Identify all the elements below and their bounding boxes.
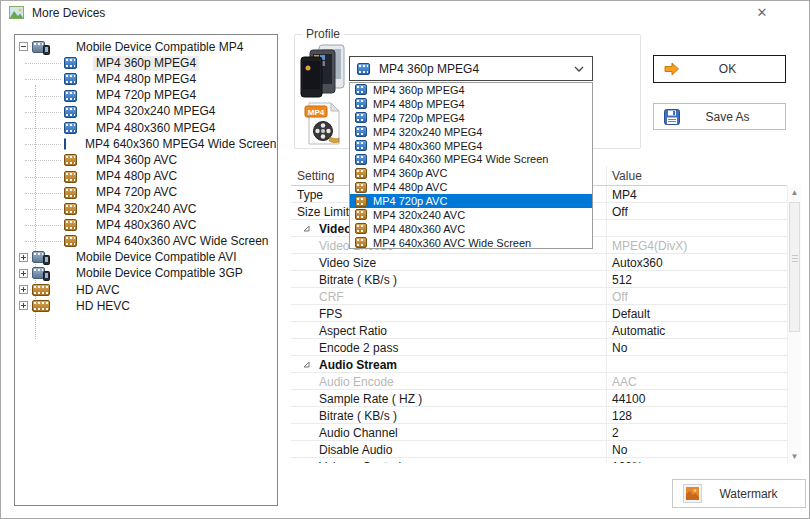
tree-item[interactable]: MP4 720p MPEG4 xyxy=(15,88,277,104)
save-as-label: Save As xyxy=(680,110,775,124)
tree-item-label: MP4 480x360 MPEG4 xyxy=(93,121,218,136)
setting-row[interactable]: Volume Control100% xyxy=(291,458,787,463)
dropdown-item-label: MP4 360p MPEG4 xyxy=(373,84,465,96)
tree-item[interactable]: MP4 480x360 MPEG4 xyxy=(15,120,277,136)
watermark-icon xyxy=(683,484,702,503)
tree-item[interactable]: MP4 640x360 AVC Wide Screen xyxy=(15,233,277,249)
setting-label: Disable Audio xyxy=(319,442,392,458)
setting-row: Audio Stream xyxy=(291,356,787,373)
film-blue-icon xyxy=(64,73,77,85)
app-icon xyxy=(9,5,24,20)
dropdown-item[interactable]: MP4 360p MPEG4 xyxy=(350,83,592,97)
dropdown-item[interactable]: MP4 640x360 AVC Wide Screen xyxy=(350,236,592,249)
ok-arrow-icon xyxy=(664,62,680,76)
dropdown-item[interactable]: MP4 720p AVC xyxy=(350,194,592,208)
ok-button[interactable]: OK xyxy=(653,55,786,83)
expander-plus-icon[interactable] xyxy=(19,285,28,294)
collapse-triangle-icon[interactable] xyxy=(303,361,310,368)
setting-label: Encode 2 pass xyxy=(319,340,398,356)
tree-item[interactable]: HD AVC xyxy=(15,282,277,298)
setting-value: 2 xyxy=(612,425,619,441)
tree-item-label: MP4 640x360 MPEG4 Wide Screen xyxy=(82,137,278,152)
watermark-button[interactable]: Watermark xyxy=(672,479,806,508)
profile-combobox[interactable]: MP4 360p MPEG4 xyxy=(349,56,593,81)
mobile-devices-icon xyxy=(300,43,346,99)
tree-item-label: MP4 480x360 AVC xyxy=(93,218,200,233)
tree-item-label: MP4 320x240 AVC xyxy=(93,202,200,217)
dropdown-item[interactable]: MP4 360p AVC xyxy=(350,166,592,180)
dropdown-item[interactable]: MP4 480x360 MPEG4 xyxy=(350,139,592,153)
setting-label: Type xyxy=(297,187,323,203)
setting-row: Audio EncodeAAC xyxy=(291,373,787,390)
tree-item[interactable]: MP4 320x240 MPEG4 xyxy=(15,104,277,120)
setting-label: Audio Stream xyxy=(319,357,397,373)
tree-item-label: MP4 320x240 MPEG4 xyxy=(93,104,218,119)
expander-plus-icon[interactable] xyxy=(19,253,28,262)
ok-label: OK xyxy=(680,62,775,76)
setting-row[interactable]: Bitrate ( KB/s )512 xyxy=(291,271,787,288)
film-blue-icon xyxy=(64,90,77,102)
tree-item[interactable]: MP4 360p MPEG4 xyxy=(15,55,277,71)
tree-item[interactable]: MP4 480p MPEG4 xyxy=(15,71,277,87)
save-as-button[interactable]: Save As xyxy=(653,103,786,130)
setting-label: Volume Control xyxy=(319,459,401,463)
film-gold-icon xyxy=(355,237,367,248)
film-blue-icon xyxy=(355,98,367,109)
setting-label: Aspect Ratio xyxy=(319,323,387,339)
setting-row[interactable]: Aspect RatioAutomatic xyxy=(291,322,787,339)
setting-value: 512 xyxy=(612,272,632,288)
setting-row[interactable]: FPSDefault xyxy=(291,305,787,322)
setting-row[interactable]: Disable AudioNo xyxy=(291,441,787,458)
dropdown-item[interactable]: MP4 720p MPEG4 xyxy=(350,111,592,125)
tree-item[interactable]: Mobile Device Compatible 3GP xyxy=(15,266,277,282)
collapse-triangle-icon[interactable] xyxy=(303,225,310,232)
dropdown-item[interactable]: MP4 480p AVC xyxy=(350,180,592,194)
film-blue-icon xyxy=(64,57,77,69)
tree-item[interactable]: MP4 320x240 AVC xyxy=(15,201,277,217)
setting-row[interactable]: Video SizeAutox360 xyxy=(291,254,787,271)
dropdown-item[interactable]: MP4 480p MPEG4 xyxy=(350,97,592,111)
expander-plus-icon[interactable] xyxy=(19,301,28,310)
tree-item[interactable]: MP4 480p AVC xyxy=(15,169,277,185)
tree-item[interactable]: Mobile Device Compatible MP4 xyxy=(15,39,277,55)
scroll-down-icon[interactable]: ▼ xyxy=(788,450,801,463)
scroll-up-icon[interactable]: ▲ xyxy=(788,186,801,199)
setting-value: Default xyxy=(612,306,650,322)
dropdown-item[interactable]: MP4 320x240 MPEG4 xyxy=(350,125,592,139)
setting-value: Off xyxy=(612,204,628,220)
tree-item[interactable]: MP4 360p AVC xyxy=(15,152,277,168)
film-gold-icon xyxy=(355,223,367,234)
scrollbar-thumb[interactable] xyxy=(789,202,800,332)
setting-row[interactable]: Encode 2 passNo xyxy=(291,339,787,356)
dropdown-item-label: MP4 480x360 AVC xyxy=(373,223,465,235)
table-scrollbar[interactable]: ▲ ▼ xyxy=(787,186,801,463)
setting-column-header: Setting xyxy=(297,169,334,183)
setting-row[interactable]: Sample Rate ( HZ )44100 xyxy=(291,390,787,407)
setting-label: Audio Channel xyxy=(319,425,398,441)
film-blue-icon xyxy=(355,126,367,137)
tree-item[interactable]: Mobile Device Compatible AVI xyxy=(15,250,277,266)
setting-row[interactable]: Bitrate ( KB/s )128 xyxy=(291,407,787,424)
tree-item[interactable]: MP4 720p AVC xyxy=(15,185,277,201)
dropdown-item[interactable]: MP4 480x360 AVC xyxy=(350,222,592,236)
more-devices-dialog: More Devices ✕ Mobile Device Compatible … xyxy=(0,0,810,519)
dropdown-item[interactable]: MP4 640x360 MPEG4 Wide Screen xyxy=(350,152,592,166)
tree-item-label: Mobile Device Compatible 3GP xyxy=(73,266,246,281)
tree-item[interactable]: MP4 480x360 AVC xyxy=(15,217,277,233)
film-gold-icon xyxy=(64,187,77,199)
save-icon xyxy=(664,109,680,125)
expander-minus-icon[interactable] xyxy=(19,42,28,51)
tree-item[interactable]: MP4 640x360 MPEG4 Wide Screen xyxy=(15,136,277,152)
film-gold-icon xyxy=(64,171,77,183)
expander-plus-icon[interactable] xyxy=(19,269,28,278)
mp4-file-icon: MP4 xyxy=(303,100,343,147)
close-icon[interactable]: ✕ xyxy=(753,5,771,21)
device-film-icon xyxy=(32,267,50,280)
film-gold-icon xyxy=(355,196,367,207)
dropdown-item[interactable]: MP4 320x240 AVC xyxy=(350,208,592,222)
setting-row[interactable]: Audio Channel2 xyxy=(291,424,787,441)
film-gold-icon xyxy=(355,209,367,220)
tree-item[interactable]: HD HEVC xyxy=(15,298,277,314)
setting-value: Autox360 xyxy=(612,255,663,271)
setting-value: 100% xyxy=(612,459,643,463)
